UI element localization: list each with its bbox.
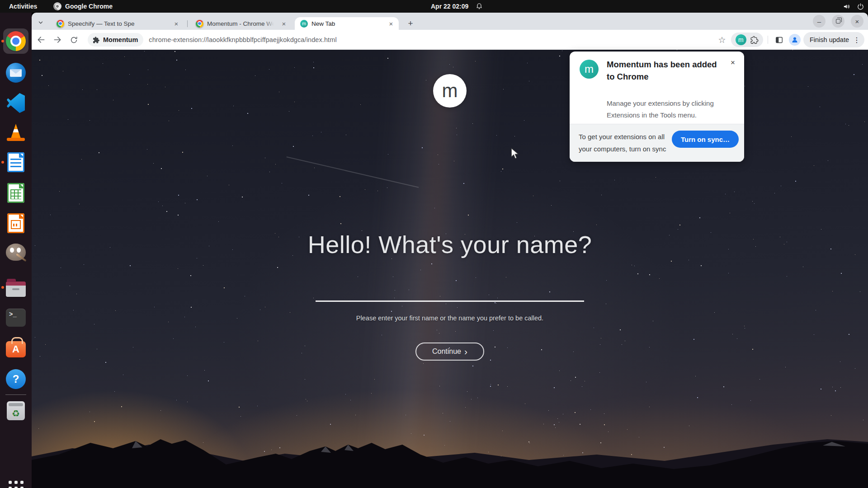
kebab-menu-icon[interactable]: ⋮ [853, 36, 861, 44]
finish-update-button[interactable]: Finish update ⋮ [803, 32, 864, 47]
profile-avatar[interactable] [789, 34, 801, 46]
reload-button[interactable] [67, 33, 80, 47]
popup-footer: To get your extensions on all your compu… [570, 124, 744, 162]
back-button[interactable] [34, 33, 48, 47]
person-icon [791, 36, 799, 44]
ubuntu-dock: >_ A ? ♻ [0, 13, 32, 488]
dock-item-libreoffice-calc[interactable] [0, 180, 32, 206]
ubuntu-software-icon: A [6, 341, 26, 357]
restore-icon [836, 19, 840, 23]
sync-description: To get your extensions on all your compu… [579, 131, 670, 155]
gnome-top-bar: Activities Google Chrome Apr 22 02:09 [0, 0, 868, 13]
star-icon: ☆ [718, 35, 726, 45]
url-text[interactable]: chrome-extension://laookkfknpbbblfpciffp… [149, 36, 336, 43]
thunderbird-icon [6, 63, 26, 83]
mountain-silhouette [32, 398, 868, 488]
trash-icon: ♻ [7, 401, 25, 420]
close-tab-icon[interactable]: × [387, 19, 395, 28]
extension-chip-label: Momentum [103, 36, 138, 43]
bookmark-button[interactable]: ☆ [716, 33, 728, 46]
momentum-icon: m [580, 60, 599, 79]
chrome-icon [6, 31, 26, 51]
side-panel-button[interactable] [773, 33, 786, 47]
files-icon [6, 282, 26, 297]
chevron-right-icon: › [464, 347, 467, 356]
dock-item-vscode[interactable] [0, 90, 32, 116]
chrome-icon [196, 20, 203, 28]
mouse-cursor [510, 148, 520, 160]
tab-momentum-webstore[interactable]: Momentum - Chrome We × [190, 17, 292, 30]
libreoffice-writer-icon [7, 152, 24, 172]
extension-icon [92, 36, 100, 44]
extensions-puzzle-icon[interactable] [750, 36, 759, 44]
system-status-area[interactable] [843, 0, 864, 13]
dock-item-app-grid[interactable] [0, 475, 32, 488]
dock-item-libreoffice-writer[interactable] [0, 150, 32, 175]
tab-title: New Tab [311, 20, 383, 27]
extensions-pill: m [731, 33, 763, 47]
tab-title: Speechify — Text to Spe [68, 20, 169, 27]
close-tab-icon[interactable]: × [172, 19, 180, 28]
app-grid-icon [9, 481, 24, 488]
dock-item-help[interactable]: ? [0, 366, 32, 392]
input-hint: Please enter your first name or the name… [32, 314, 868, 322]
window-controls: – × [813, 15, 863, 28]
dock-item-thunderbird[interactable] [0, 60, 32, 85]
back-arrow-icon [37, 35, 46, 44]
tab-search-button[interactable] [35, 18, 46, 27]
omnibox-extension-chip[interactable]: Momentum [88, 33, 143, 47]
popup-title: Momentum has been added to Chrome [607, 58, 720, 83]
new-tab-button[interactable]: + [405, 18, 416, 29]
help-icon: ? [6, 369, 26, 389]
forward-button[interactable] [51, 33, 64, 47]
minimize-button[interactable]: – [813, 15, 826, 28]
dock-item-files[interactable] [0, 275, 32, 300]
tab-strip: Speechify — Text to Spe × Momentum - Chr… [32, 13, 868, 30]
chrome-mono-icon [53, 2, 61, 10]
volume-icon [843, 3, 850, 10]
turn-on-sync-button[interactable]: Turn on sync… [672, 131, 739, 148]
chrome-icon [57, 20, 64, 28]
continue-label: Continue [432, 347, 461, 356]
tab-title: Momentum - Chrome We [207, 20, 276, 27]
toolbar-divider [768, 36, 768, 44]
dock-item-terminal[interactable]: >_ [0, 305, 32, 330]
dock-item-libreoffice-impress[interactable] [0, 211, 32, 236]
running-indicator [1, 40, 4, 42]
popup-body-text: Manage your extensions by clicking Exten… [607, 98, 721, 121]
browser-toolbar: Momentum chrome-extension://laookkfknpbb… [32, 30, 868, 50]
clock-menu[interactable]: Apr 22 02:09 [431, 0, 483, 13]
continue-button[interactable]: Continue › [415, 343, 484, 361]
focused-app-label: Google Chrome [65, 3, 113, 10]
dock-item-ubuntu-software[interactable]: A [0, 335, 32, 360]
tab-divider [187, 20, 188, 27]
dock-item-vlc[interactable] [0, 120, 32, 145]
terminal-icon: >_ [6, 309, 26, 327]
tab-new-tab[interactable]: m New Tab × [295, 17, 399, 30]
extension-added-popup: m Momentum has been added to Chrome × Ma… [570, 52, 744, 162]
finish-update-label: Finish update [810, 36, 849, 43]
focused-app-menu[interactable]: Google Chrome [53, 0, 113, 13]
dock-item-chrome[interactable] [0, 28, 32, 54]
running-indicator [1, 161, 4, 164]
close-window-button[interactable]: × [851, 15, 863, 28]
reload-icon [70, 36, 78, 44]
dock-item-gimp[interactable] [0, 239, 32, 265]
momentum-pinned-extension-icon[interactable]: m [736, 34, 746, 45]
side-panel-icon [775, 36, 783, 44]
vscode-icon [7, 93, 25, 113]
popup-close-button[interactable]: × [728, 58, 738, 68]
tab-speechify[interactable]: Speechify — Text to Spe × [51, 17, 184, 30]
forward-arrow-icon [53, 35, 62, 44]
restore-button[interactable] [832, 15, 844, 28]
clock-label: Apr 22 02:09 [431, 3, 468, 10]
momentum-icon: m [300, 20, 308, 28]
activities-button[interactable]: Activities [6, 0, 40, 13]
name-input[interactable] [316, 281, 584, 302]
libreoffice-calc-icon [7, 183, 24, 203]
momentum-logo: m [433, 74, 467, 108]
close-tab-icon[interactable]: × [280, 19, 288, 28]
dock-divider [5, 394, 26, 395]
dock-item-trash[interactable]: ♻ [0, 398, 32, 423]
toolbar-right: ☆ m Finish update [716, 32, 864, 47]
